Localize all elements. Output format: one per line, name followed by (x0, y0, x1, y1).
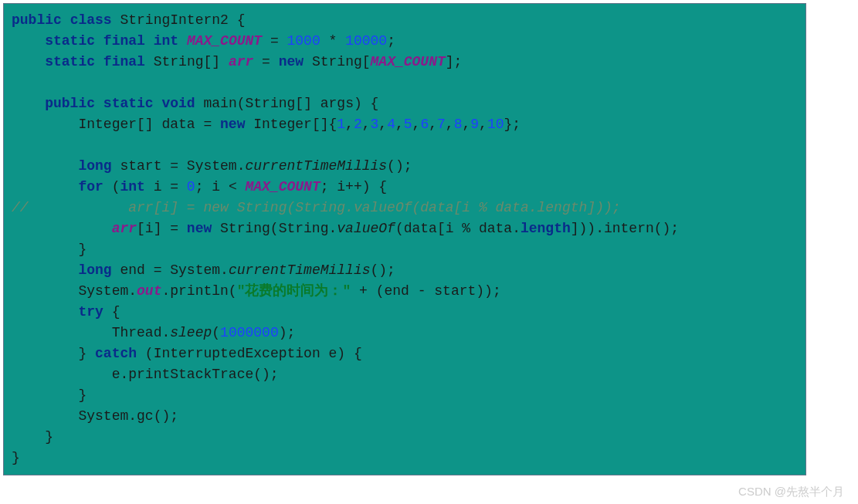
code-line-9: arr[i] = new String(String.valueOf(data[… (12, 221, 679, 236)
code-line-6: long start = System.currentTimeMillis(); (12, 158, 412, 174)
code-line-11: long end = System.currentTimeMillis(); (12, 262, 395, 278)
watermark: CSDN @先熬半个月 (738, 485, 844, 499)
code-line-20: } (12, 450, 20, 465)
code-line-2: static final int MAX_COUNT = 1000 * 1000… (12, 33, 395, 49)
code-line-3: static final String[] arr = new String[M… (12, 54, 462, 69)
code-line-10: } (12, 242, 86, 257)
code-line-14: Thread.sleep(1000000); (12, 325, 295, 340)
code-line-16: e.printStackTrace(); (12, 367, 279, 382)
code-line-7: for (int i = 0; i < MAX_COUNT; i++) { (12, 179, 387, 194)
code-line-19: } (12, 429, 53, 445)
code-line-4: public static void main(String[] args) { (12, 96, 378, 111)
code-line-1: public class StringIntern2 { (12, 12, 246, 28)
code-block: public class StringIntern2 { static fina… (3, 3, 806, 475)
code-line-5: Integer[] data = new Integer[]{1,2,3,4,5… (12, 117, 521, 132)
code-line-18: System.gc(); (12, 408, 178, 424)
code-line-12: System.out.println("花费的时间为：" + (end - st… (12, 283, 501, 299)
code-line-13: try { (12, 304, 120, 320)
code-line-8-comment: // arr[i] = new String(String.valueOf(da… (12, 200, 621, 215)
code-line-17: } (12, 387, 86, 403)
code-line-15: } catch (InterruptedException e) { (12, 346, 362, 361)
